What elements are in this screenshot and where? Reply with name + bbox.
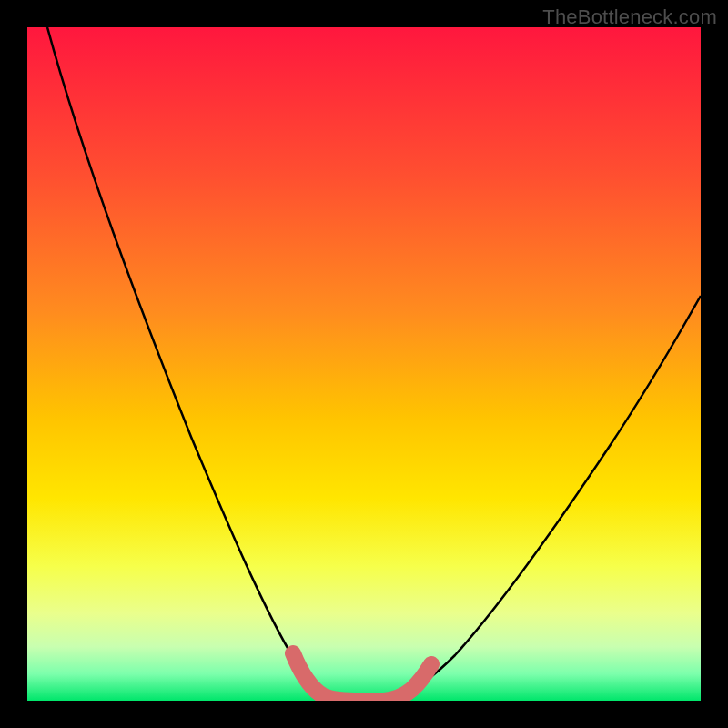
gradient-background bbox=[27, 27, 701, 701]
bottleneck-chart bbox=[27, 27, 701, 701]
chart-frame: TheBottleneck.com bbox=[0, 0, 728, 728]
watermark-text: TheBottleneck.com bbox=[542, 5, 717, 29]
